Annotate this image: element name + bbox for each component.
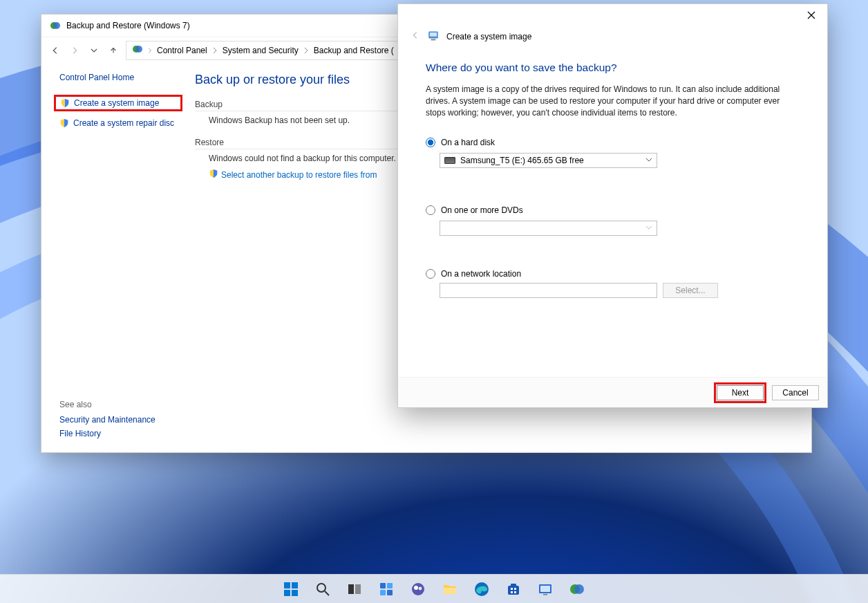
svg-rect-18 bbox=[387, 590, 393, 595]
chevron-down-icon bbox=[645, 223, 652, 233]
shield-icon bbox=[59, 118, 69, 128]
svg-rect-6 bbox=[431, 39, 436, 41]
create-system-image-link[interactable]: Create a system image bbox=[60, 98, 176, 108]
svg-rect-22 bbox=[444, 588, 456, 594]
dvd-select-combo[interactable] bbox=[440, 221, 657, 236]
breadcrumb-item[interactable]: System and Security bbox=[223, 46, 310, 55]
teams-button[interactable] bbox=[404, 575, 432, 603]
svg-rect-25 bbox=[511, 584, 516, 586]
next-button[interactable]: Next bbox=[717, 385, 764, 400]
dialog-titlebar bbox=[398, 4, 827, 26]
chevron-down-icon bbox=[645, 156, 652, 165]
file-explorer-button[interactable] bbox=[436, 575, 464, 603]
search-button[interactable] bbox=[309, 575, 337, 603]
drive-icon bbox=[444, 157, 455, 164]
nav-recent-dropdown[interactable] bbox=[87, 44, 101, 57]
dialog-description: A system image is a copy of the drives r… bbox=[426, 84, 800, 118]
taskbar bbox=[0, 574, 868, 603]
option-dvd-label: On one or more DVDs bbox=[441, 205, 523, 215]
svg-point-19 bbox=[412, 583, 424, 595]
microsoft-store-button[interactable] bbox=[500, 575, 527, 603]
svg-rect-28 bbox=[511, 591, 513, 593]
start-button[interactable] bbox=[277, 575, 305, 603]
svg-rect-14 bbox=[355, 584, 361, 594]
svg-point-20 bbox=[414, 586, 418, 590]
svg-point-34 bbox=[574, 584, 584, 594]
svg-point-21 bbox=[419, 586, 422, 590]
nav-up-button[interactable] bbox=[106, 44, 120, 57]
svg-rect-7 bbox=[284, 582, 290, 588]
option-network-label: On a network location bbox=[441, 269, 521, 279]
breadcrumb-root-icon bbox=[132, 44, 143, 57]
cancel-button[interactable]: Cancel bbox=[772, 385, 819, 400]
backup-app-button[interactable] bbox=[563, 575, 591, 603]
drive-selected-text: Samsung_T5 (E:) 465.65 GB free bbox=[460, 156, 584, 165]
see-also-header: See also bbox=[59, 400, 155, 409]
nav-back-button[interactable] bbox=[48, 44, 62, 57]
svg-rect-13 bbox=[348, 584, 354, 594]
svg-rect-32 bbox=[543, 594, 547, 595]
svg-point-3 bbox=[135, 46, 142, 53]
svg-rect-24 bbox=[508, 586, 519, 595]
task-view-button[interactable] bbox=[341, 575, 368, 603]
svg-rect-27 bbox=[514, 588, 516, 590]
dialog-footer: Next Cancel bbox=[398, 377, 827, 407]
svg-rect-16 bbox=[387, 583, 393, 588]
dialog-header: Create a system image bbox=[398, 26, 827, 50]
dialog-title: Create a system image bbox=[446, 32, 531, 41]
backup-restore-icon bbox=[50, 20, 61, 31]
svg-rect-29 bbox=[514, 591, 516, 593]
radio-network[interactable] bbox=[426, 269, 435, 279]
option-network[interactable]: On a network location bbox=[426, 269, 800, 279]
shield-icon bbox=[209, 169, 218, 180]
dialog-back-button[interactable] bbox=[411, 30, 420, 42]
network-select-button[interactable]: Select... bbox=[663, 283, 718, 298]
dialog-body: Where do you want to save the backup? A … bbox=[398, 50, 827, 377]
network-path-field[interactable] bbox=[440, 283, 657, 298]
svg-line-12 bbox=[325, 591, 329, 595]
svg-rect-31 bbox=[540, 586, 550, 592]
option-hard-disk-label: On a hard disk bbox=[441, 138, 495, 147]
see-also-link[interactable]: Security and Maintenance bbox=[59, 415, 155, 425]
svg-rect-9 bbox=[284, 590, 290, 596]
settings-app-button[interactable] bbox=[531, 575, 559, 603]
breadcrumb-item[interactable]: Backup and Restore ( bbox=[314, 46, 394, 55]
svg-rect-8 bbox=[292, 582, 298, 588]
radio-dvd[interactable] bbox=[426, 205, 435, 215]
see-also-section: See also Security and Maintenance File H… bbox=[59, 400, 155, 443]
create-repair-disc-link[interactable]: Create a system repair disc bbox=[59, 118, 177, 128]
shield-icon bbox=[60, 98, 70, 108]
widgets-button[interactable] bbox=[372, 575, 400, 603]
highlight-next: Next bbox=[714, 382, 766, 403]
highlight-create-image: Create a system image bbox=[54, 95, 182, 111]
cp-sidebar: Control Panel Home Create a system image… bbox=[41, 63, 187, 452]
svg-rect-15 bbox=[380, 583, 386, 588]
breadcrumb-item[interactable]: Control Panel bbox=[157, 46, 218, 55]
cp-title: Backup and Restore (Windows 7) bbox=[66, 21, 190, 30]
svg-point-11 bbox=[317, 584, 326, 592]
option-dvd[interactable]: On one or more DVDs bbox=[426, 205, 800, 215]
drive-select-combo[interactable]: Samsung_T5 (E:) 465.65 GB free bbox=[440, 153, 657, 168]
edge-button[interactable] bbox=[468, 575, 496, 603]
create-system-image-dialog: Create a system image Where do you want … bbox=[397, 3, 828, 408]
see-also-link[interactable]: File History bbox=[59, 429, 155, 438]
system-image-icon bbox=[427, 29, 440, 44]
svg-rect-26 bbox=[511, 588, 513, 590]
svg-rect-10 bbox=[292, 590, 298, 596]
option-hard-disk[interactable]: On a hard disk bbox=[426, 138, 800, 147]
dialog-close-button[interactable] bbox=[795, 4, 827, 26]
radio-hard-disk[interactable] bbox=[426, 138, 435, 147]
svg-point-1 bbox=[53, 22, 60, 29]
control-panel-home-link[interactable]: Control Panel Home bbox=[59, 73, 177, 82]
svg-rect-5 bbox=[430, 33, 437, 37]
svg-rect-17 bbox=[380, 590, 386, 595]
nav-forward-button[interactable] bbox=[68, 44, 82, 57]
dialog-heading: Where do you want to save the backup? bbox=[426, 62, 800, 74]
